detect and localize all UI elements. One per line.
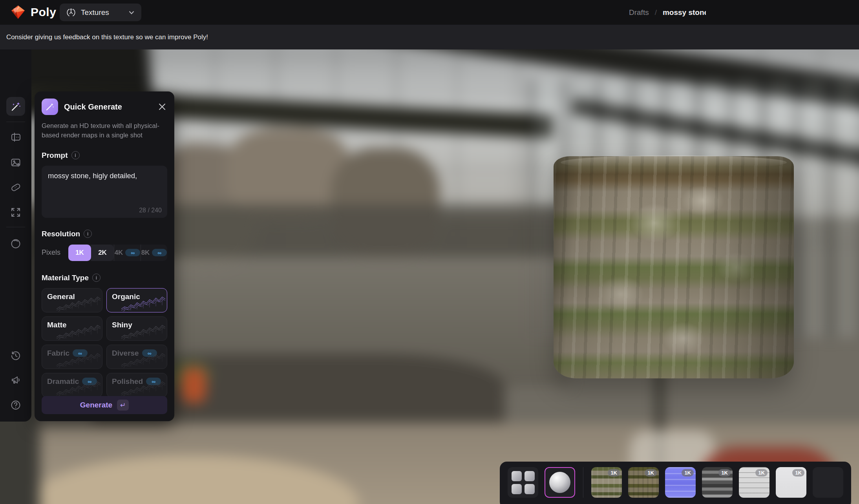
texture-preview-cylinder[interactable] bbox=[554, 156, 794, 378]
grid-view-button[interactable] bbox=[508, 467, 538, 498]
prompt-label: Prompti bbox=[42, 151, 167, 160]
material-card-diverse[interactable]: Diverse ∞ bbox=[106, 345, 167, 369]
sphere-preview-button[interactable] bbox=[545, 467, 575, 498]
fullscreen-icon bbox=[10, 206, 22, 218]
feedback-banner: Consider giving us feedback on this text… bbox=[0, 25, 859, 49]
resolution-badge: 1K bbox=[718, 469, 731, 477]
resolution-1k-button[interactable]: 1K bbox=[68, 245, 91, 261]
resolution-4k-button[interactable]: 4K ∞ bbox=[114, 245, 141, 261]
toolbar-divider bbox=[6, 227, 25, 227]
breadcrumb-title[interactable]: mossy stone, hig bbox=[663, 8, 706, 17]
prompt-box: mossy stone, higly detailed, 28 / 240 bbox=[42, 166, 167, 218]
char-counter: 28 / 240 bbox=[139, 207, 162, 214]
material-type-grid: General Organic Matte Shiny Fabric ∞ bbox=[42, 288, 167, 397]
panel-subtitle: Generate an HD texture with all physical… bbox=[42, 121, 159, 140]
quick-generate-panel: Quick Generate Generate an HD texture wi… bbox=[35, 91, 174, 421]
logo-text: Poly bbox=[31, 5, 56, 19]
height-map-thumb[interactable]: 1K bbox=[702, 467, 733, 498]
resolution-badge: 1K bbox=[755, 469, 768, 477]
sphere-view-tool-button[interactable] bbox=[6, 234, 25, 253]
help-tool-button[interactable] bbox=[6, 396, 25, 415]
resolution-segmented-control: 1K 2K 4K ∞ 8K ∞ bbox=[68, 245, 167, 261]
textures-dropdown[interactable]: Textures bbox=[60, 4, 141, 21]
resolution-badge: 1K bbox=[608, 469, 620, 477]
resolution-8k-button[interactable]: 8K ∞ bbox=[141, 245, 167, 261]
chevron-down-icon bbox=[128, 9, 135, 16]
material-card-matte[interactable]: Matte bbox=[42, 316, 102, 341]
feedback-banner-text: Consider giving us feedback on this text… bbox=[6, 33, 208, 41]
material-card-fabric[interactable]: Fabric ∞ bbox=[42, 345, 102, 369]
fullscreen-tool-button[interactable] bbox=[6, 203, 25, 222]
material-card-polished[interactable]: Polished ∞ bbox=[106, 373, 167, 397]
compare-icon bbox=[10, 131, 22, 143]
albedo-2-map-thumb[interactable]: 1K bbox=[628, 467, 659, 498]
info-icon[interactable]: i bbox=[71, 151, 80, 159]
material-card-organic[interactable]: Organic bbox=[106, 288, 167, 312]
generate-button[interactable]: Generate ↵ bbox=[42, 396, 167, 414]
panel-title: Quick Generate bbox=[64, 102, 151, 111]
resolution-label: Resolutioni bbox=[42, 230, 167, 238]
sphere-icon bbox=[10, 238, 22, 250]
textures-3d-icon bbox=[66, 7, 76, 18]
image-upload-icon bbox=[10, 157, 22, 168]
megaphone-icon bbox=[10, 374, 22, 386]
close-icon[interactable] bbox=[157, 102, 167, 112]
history-icon bbox=[10, 350, 22, 362]
breadcrumb: Drafts / mossy stone, hig bbox=[629, 0, 706, 25]
sphere-preview-ball bbox=[549, 472, 570, 493]
announcements-tool-button[interactable] bbox=[6, 371, 25, 389]
infinity-badge: ∞ bbox=[125, 249, 140, 256]
history-tool-button[interactable] bbox=[6, 346, 25, 365]
material-card-dramatic[interactable]: Dramatic ∞ bbox=[42, 373, 102, 397]
quick-generate-tool-button[interactable] bbox=[6, 97, 25, 116]
toolbar-divider bbox=[6, 122, 25, 122]
question-icon bbox=[10, 399, 22, 411]
left-toolbar bbox=[0, 49, 31, 422]
infinity-badge: ∞ bbox=[152, 249, 167, 256]
textures-label: Textures bbox=[81, 8, 123, 17]
pill-icon bbox=[10, 181, 22, 193]
info-icon[interactable]: i bbox=[92, 274, 101, 282]
breadcrumb-drafts[interactable]: Drafts bbox=[629, 8, 649, 17]
thumbbar-divider bbox=[583, 467, 583, 498]
material-card-general[interactable]: General bbox=[42, 288, 102, 312]
info-icon[interactable]: i bbox=[84, 230, 92, 238]
ambient-occlusion-map-thumb[interactable]: 1K bbox=[776, 467, 806, 498]
pixels-label: Pixels bbox=[42, 248, 60, 257]
resolution-2k-button[interactable]: 2K bbox=[91, 245, 114, 261]
poly-logo[interactable]: Poly bbox=[11, 5, 56, 19]
quick-generate-icon bbox=[42, 99, 58, 115]
resolution-badge: 1K bbox=[792, 469, 804, 477]
breadcrumb-separator: / bbox=[655, 8, 657, 17]
magic-wand-icon bbox=[10, 100, 22, 112]
return-key-icon: ↵ bbox=[117, 400, 129, 411]
image-upload-tool-button[interactable] bbox=[6, 153, 25, 172]
material-card-shiny[interactable]: Shiny bbox=[106, 316, 167, 341]
compare-tool-button[interactable] bbox=[6, 128, 25, 146]
material-pill-tool-button[interactable] bbox=[6, 178, 25, 197]
albedo-map-thumb[interactable]: 1K bbox=[591, 467, 622, 498]
empty-map-slot bbox=[813, 467, 843, 498]
top-bar: Poly Textures Drafts / mossy stone, hig bbox=[0, 0, 859, 25]
material-type-label: Material Typei bbox=[42, 274, 167, 282]
map-thumbnail-bar: 1K 1K 1K 1K 1K 1K bbox=[500, 462, 851, 504]
normal-map-thumb[interactable]: 1K bbox=[665, 467, 696, 498]
roughness-map-thumb[interactable]: 1K bbox=[739, 467, 769, 498]
resolution-badge: 1K bbox=[645, 469, 657, 477]
resolution-badge: 1K bbox=[682, 469, 694, 477]
poly-logo-icon bbox=[11, 5, 25, 19]
